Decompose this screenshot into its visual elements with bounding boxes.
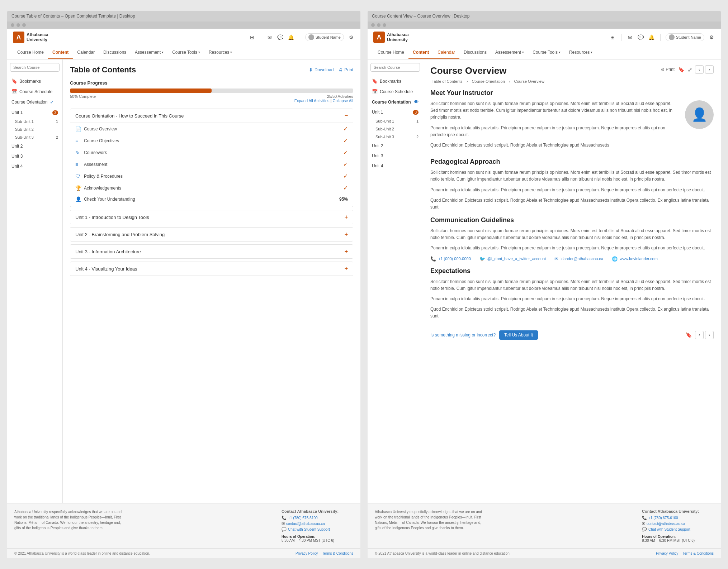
terms-link[interactable]: Terms & Conditions bbox=[322, 551, 353, 555]
sidebar-unit1[interactable]: Unit 1 3 bbox=[7, 107, 62, 118]
right-sidebar-subunit3[interactable]: Sub-Unit 3 2 bbox=[368, 133, 423, 141]
right-nav-assessement[interactable]: Assessement ▾ bbox=[491, 46, 528, 59]
nav-course-home[interactable]: Course Home bbox=[13, 46, 48, 59]
right-sidebar-subunit1[interactable]: Sub-Unit 1 1 bbox=[368, 117, 423, 125]
right-sidebar-unit1[interactable]: Unit 1 3 bbox=[368, 107, 423, 117]
right-search-box[interactable]: 🔍 bbox=[370, 63, 420, 72]
nav-resources[interactable]: Resources ▾ bbox=[204, 46, 236, 59]
right-bell-icon[interactable]: 🔔 bbox=[648, 34, 655, 41]
toc-item-coursework[interactable]: ✎ Coursework ✓ bbox=[70, 147, 353, 158]
nav-content[interactable]: Content bbox=[48, 46, 73, 59]
right-chat-icon[interactable]: 💬 bbox=[637, 34, 644, 41]
sidebar-unit2[interactable]: Unit 2 bbox=[7, 141, 62, 151]
toc-item-course-overview[interactable]: 📄 Course Overview ✓ bbox=[70, 123, 353, 135]
collapse-all-link[interactable]: Collapse All bbox=[333, 99, 353, 103]
toc-section-unit3-header[interactable]: Unit 3 - Information Architecture + bbox=[70, 245, 353, 258]
sidebar-unit4[interactable]: Unit 4 bbox=[7, 161, 62, 171]
right-user-pill[interactable]: Student Name bbox=[666, 33, 704, 41]
sidebar-course-orientation[interactable]: Course Orientation ✓ bbox=[7, 97, 62, 107]
right-nav-discussions[interactable]: Discussions bbox=[459, 46, 491, 59]
envelope-icon[interactable]: ✉ bbox=[266, 34, 273, 41]
breadcrumb-toc[interactable]: Table of Contents bbox=[432, 79, 463, 83]
content-print-button[interactable]: 🖨 Print bbox=[660, 67, 675, 72]
privacy-policy-link[interactable]: Privacy Policy bbox=[296, 551, 318, 555]
settings-icon[interactable]: ⚙ bbox=[348, 34, 355, 41]
right-terms-link[interactable]: Terms & Conditions bbox=[682, 551, 714, 555]
right-footer-contact-title: Contact Athabasca University: bbox=[642, 509, 714, 513]
left-search-input[interactable] bbox=[13, 65, 63, 70]
footer-bookmark-icon[interactable]: 🔖 bbox=[685, 331, 692, 339]
right-nav-resources[interactable]: Resources ▾ bbox=[565, 46, 597, 59]
bookmark-button[interactable]: 🔖 bbox=[677, 66, 685, 73]
left-footer-acknowledgement: Athabasca University respectfully acknow… bbox=[14, 509, 122, 531]
toc-section-orientation-header[interactable]: Course Orientation - How to Succeed in T… bbox=[70, 109, 353, 123]
print-button[interactable]: 🖨 Print bbox=[338, 67, 353, 73]
resources-dropdown-arrow: ▾ bbox=[230, 51, 232, 54]
right-nav-calendar[interactable]: Calendar bbox=[433, 46, 459, 59]
toc-item-check-understanding[interactable]: 👤 Check Your Understanding 95% bbox=[70, 194, 353, 205]
tell-us-button[interactable]: Tell Us About It bbox=[499, 330, 538, 340]
right-nav-course-home[interactable]: Course Home bbox=[373, 46, 408, 59]
right-sidebar-unit2[interactable]: Unit 2 bbox=[368, 141, 423, 151]
left-footer-chat[interactable]: 💬 Chat with Student Support bbox=[282, 527, 353, 532]
toc-section-unit4-header[interactable]: Unit 4 - Visualizing Your Ideas + bbox=[70, 262, 353, 276]
toc-item-acknowledgements[interactable]: 🏆 Acknowledgements ✓ bbox=[70, 182, 353, 194]
bell-icon[interactable]: 🔔 bbox=[288, 34, 295, 41]
breadcrumb-orientation[interactable]: Course Orientation bbox=[472, 79, 505, 83]
chat-icon[interactable]: 💬 bbox=[277, 34, 284, 41]
sidebar-bookmarks[interactable]: 🔖 Bookmarks bbox=[7, 76, 62, 86]
right-sidebar-unit4[interactable]: Unit 4 bbox=[368, 161, 423, 171]
next-arrow-button[interactable]: › bbox=[705, 65, 714, 74]
right-settings-icon[interactable]: ⚙ bbox=[708, 34, 715, 41]
contact-email-link[interactable]: klander@athabascau.ca bbox=[561, 257, 603, 261]
right-footer-chat[interactable]: 💬 Chat with Student Support bbox=[642, 527, 714, 532]
right-sidebar-subunit2[interactable]: Sub-Unit 2 bbox=[368, 125, 423, 133]
nav-discussions[interactable]: Discussions bbox=[99, 46, 131, 59]
right-sidebar-unit3[interactable]: Unit 3 bbox=[368, 151, 423, 161]
contact-twitter-link[interactable]: @i_dont_have_a_twitter_account bbox=[487, 257, 546, 261]
right-sidebar-bookmarks[interactable]: 🔖 Bookmarks bbox=[368, 76, 423, 86]
nav-course-tools[interactable]: Course Tools ▾ bbox=[168, 46, 204, 59]
toc-section-unit1-header[interactable]: Unit 1 - Introduction to Design Tools + bbox=[70, 210, 353, 224]
progress-links: Expand All Activities | Collapse All bbox=[70, 99, 353, 103]
sidebar-course-schedule[interactable]: 📅 Course Schedule bbox=[7, 86, 62, 97]
right-sidebar-course-schedule[interactable]: 📅 Course Schedule bbox=[368, 86, 423, 97]
download-button[interactable]: ⬇ Download bbox=[309, 67, 334, 73]
sidebar-subunit3[interactable]: Sub-Unit 3 2 bbox=[7, 133, 62, 141]
right-search-input[interactable] bbox=[374, 65, 423, 70]
toc-section-unit4-title: Unit 4 - Visualizing Your Ideas bbox=[75, 266, 137, 272]
right-envelope-icon[interactable]: ✉ bbox=[627, 34, 634, 41]
expand-all-link[interactable]: Expand All Activities bbox=[294, 99, 330, 103]
toc-item-course-objectives[interactable]: ≡ Course Objectives ✓ bbox=[70, 135, 353, 147]
left-footer-contact-title: Contact Athabasca University: bbox=[282, 509, 353, 513]
right-nav-course-tools[interactable]: Course Tools ▾ bbox=[528, 46, 565, 59]
right-orientation-eye-icon: 👁 bbox=[414, 99, 419, 105]
sidebar-subunit1[interactable]: Sub-Unit 1 1 bbox=[7, 118, 62, 125]
left-search-box[interactable]: 🔍 bbox=[10, 63, 60, 72]
user-pill[interactable]: Student Name bbox=[305, 33, 344, 41]
right-grid-icon[interactable]: ⊞ bbox=[609, 34, 616, 41]
contact-web: 🌐 www.kevinlander.com bbox=[612, 256, 658, 262]
expand-button[interactable]: ⤢ bbox=[687, 66, 692, 73]
toc-item-policy[interactable]: 🛡 Policy & Procedures ✓ bbox=[70, 170, 353, 182]
left-footer-email[interactable]: ✉ contact@athabascau.ca bbox=[282, 521, 353, 526]
left-body: 🔍 🔖 Bookmarks 📅 Course Schedule Course O… bbox=[7, 59, 360, 503]
right-privacy-policy-link[interactable]: Privacy Policy bbox=[656, 551, 678, 555]
sidebar-unit3[interactable]: Unit 3 bbox=[7, 151, 62, 161]
nav-calendar[interactable]: Calendar bbox=[73, 46, 99, 59]
toc-section-unit2-toggle: + bbox=[345, 231, 348, 238]
toc-item-assessment[interactable]: ≡ Assessment ✓ bbox=[70, 158, 353, 170]
contact-web-link[interactable]: www.kevinlander.com bbox=[620, 257, 658, 261]
right-nav-content[interactable]: Content bbox=[408, 46, 433, 59]
contact-phone-link[interactable]: +1 (000) 000-0000 bbox=[438, 257, 471, 261]
toc-section-unit2-header[interactable]: Unit 2 - Brainstorming and Problem Solvi… bbox=[70, 228, 353, 241]
sidebar-subunit2[interactable]: Sub-Unit 2 bbox=[7, 125, 62, 133]
nav-assessement[interactable]: Assessement ▾ bbox=[131, 46, 168, 59]
right-sidebar-course-orientation[interactable]: Course Orientation 👁 bbox=[368, 97, 423, 107]
right-footer-email[interactable]: ✉ contact@athabascau.ca bbox=[642, 521, 714, 526]
assessement-dropdown-arrow: ▾ bbox=[162, 51, 164, 54]
footer-prev-arrow[interactable]: ‹ bbox=[695, 331, 704, 339]
grid-icon[interactable]: ⊞ bbox=[249, 34, 256, 41]
footer-next-arrow[interactable]: › bbox=[705, 331, 714, 339]
prev-arrow-button[interactable]: ‹ bbox=[695, 65, 704, 74]
